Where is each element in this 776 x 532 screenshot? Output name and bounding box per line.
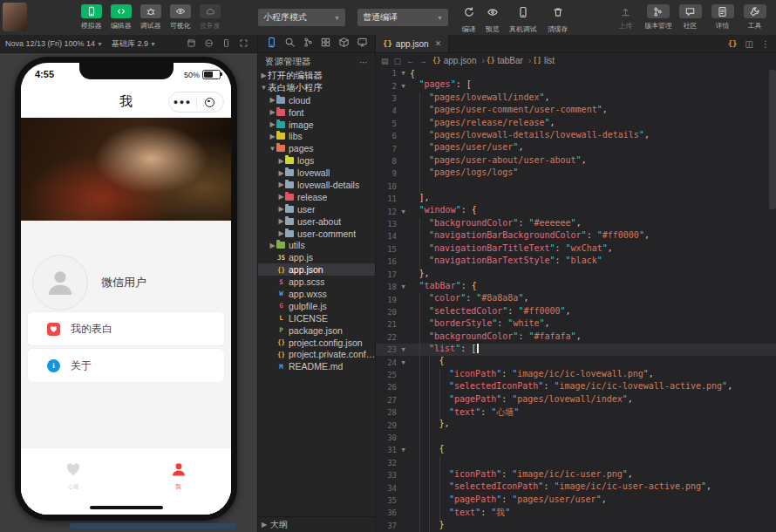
toggle-cloud[interactable]: 云开发: [195, 4, 225, 31]
outline-section[interactable]: ▶ 大纲: [258, 516, 376, 532]
breadcrumb-item[interactable]: {}tabBar›: [487, 56, 531, 65]
fold-icon[interactable]: ▼: [399, 83, 407, 90]
community-button[interactable]: 社区: [674, 4, 706, 31]
toggle-editor[interactable]: 编辑器: [106, 4, 136, 31]
more-dots-icon[interactable]: ●●●: [169, 93, 196, 111]
tree-item[interactable]: JSapp.js: [258, 251, 376, 263]
tree-item[interactable]: MREADME.md: [258, 360, 376, 372]
tree-item[interactable]: {}app.json: [258, 263, 376, 276]
avatar[interactable]: [32, 255, 88, 310]
chevron-separator: ›: [481, 56, 484, 65]
tree-item[interactable]: ▶image: [258, 119, 376, 131]
tree-item[interactable]: ▶font: [258, 106, 376, 119]
compile-mode-dropdown[interactable]: 普通编译▼: [357, 9, 448, 26]
tree-item[interactable]: Ppackage.json: [258, 324, 376, 337]
tree-item[interactable]: Sapp.scss: [258, 276, 376, 288]
tree-item[interactable]: ▶user-about: [258, 215, 376, 228]
split-editor-icon[interactable]: ◫: [745, 39, 753, 49]
format-icon[interactable]: {}: [728, 39, 738, 48]
grid-icon[interactable]: [320, 36, 331, 51]
fold-icon[interactable]: ▼: [399, 447, 407, 454]
tree-item[interactable]: ▶user-comment: [258, 228, 376, 240]
fold-icon[interactable]: ▼: [399, 359, 407, 366]
line-number: 11: [376, 194, 399, 203]
code-editor[interactable]: 1▼{2▼"pages": [3"pages/lovewall/index",4…: [376, 67, 776, 532]
action-refresh-button[interactable]: 编译: [457, 6, 480, 35]
tree-item[interactable]: ▶utils: [258, 239, 376, 251]
sim-tab-me[interactable]: 我: [126, 448, 232, 504]
sim-tab-lovewall[interactable]: 心墙: [21, 448, 126, 504]
action-label: 工具: [748, 21, 762, 31]
tree-item[interactable]: LLICENSE: [258, 312, 376, 324]
folder-icon: [285, 230, 294, 237]
explorer-panel: 资源管理器 ⋯ ▶打开的编辑器▼表白墙小程序▶cloud▶font▶image▶…: [257, 35, 376, 532]
tools-button[interactable]: 工具: [739, 4, 771, 31]
window-icon[interactable]: [187, 38, 196, 50]
device-info-dropdown[interactable]: Nova 12/13 (Fri) 100% 14▼: [5, 39, 103, 48]
tree-section-open-editors[interactable]: ▶打开的编辑器: [258, 70, 376, 82]
details-button[interactable]: 详情: [706, 4, 739, 31]
username-label: 微信用户: [101, 275, 146, 290]
tree-item[interactable]: ▼pages: [258, 142, 376, 154]
fold-icon[interactable]: ▼: [399, 346, 407, 353]
line-content: "pages/user-comment/user-comment",: [407, 105, 608, 117]
tree-item[interactable]: ▶user: [258, 203, 376, 215]
tree-item[interactable]: Ggulpfile.js: [258, 300, 376, 312]
capsule-button[interactable]: ●●●: [168, 92, 224, 113]
toggle-visualizer[interactable]: 可视化: [166, 4, 195, 31]
library-version-dropdown[interactable]: 基础库 2.9▼: [112, 38, 156, 50]
line-number: 25: [376, 371, 399, 379]
tree-item[interactable]: ▶logs: [258, 154, 376, 167]
tree-item[interactable]: ▶libs: [258, 130, 376, 142]
tree-item[interactable]: {}project.config.json: [258, 337, 376, 349]
fold-icon[interactable]: ▼: [399, 208, 407, 215]
portrait-icon[interactable]: [221, 38, 231, 50]
back-arrow-icon[interactable]: ←: [406, 57, 414, 65]
file-icon: G: [276, 302, 286, 310]
fold-icon[interactable]: ▼: [399, 70, 407, 77]
action-trash-button[interactable]: 清缓存: [542, 6, 574, 35]
profile-menu-item-confessions[interactable]: 我的表白: [28, 312, 224, 345]
fullscreen-icon[interactable]: [239, 38, 248, 50]
more-icon[interactable]: ⋯: [359, 58, 369, 67]
list-icon[interactable]: ▤: [381, 57, 389, 65]
branch-icon[interactable]: [303, 36, 314, 51]
line-number: 15: [376, 245, 399, 254]
forward-arrow-icon[interactable]: →: [419, 57, 427, 65]
eject-icon[interactable]: [204, 38, 214, 50]
tree-item[interactable]: ▶release: [258, 191, 376, 203]
search-icon[interactable]: [284, 36, 296, 51]
fold-icon[interactable]: ▼: [399, 283, 407, 290]
toggle-simulator[interactable]: 模拟器: [77, 4, 106, 31]
tab-app-json[interactable]: {} app.json ✕: [376, 35, 449, 52]
close-icon[interactable]: ✕: [435, 39, 442, 48]
display-icon[interactable]: [357, 36, 368, 51]
tree-item[interactable]: {}project.private.config.json: [258, 348, 376, 360]
line-content: "color": "#8a8a8a",: [407, 293, 528, 305]
mode-dropdown[interactable]: 小程序模式▼: [258, 9, 345, 26]
profile-menu-item-about[interactable]: i关于: [28, 349, 224, 382]
tree-item[interactable]: ▶cloud: [258, 94, 376, 106]
info-icon: i: [47, 359, 60, 372]
tree-item[interactable]: ▶lovewall-details: [258, 179, 376, 191]
editor-scrollbar[interactable]: [769, 70, 776, 209]
line-content: "borderStyle": "white",: [407, 318, 550, 331]
more-icon[interactable]: ⋮: [761, 39, 770, 49]
line-content: {: [407, 69, 415, 78]
tree-item[interactable]: Wapp.wxss: [258, 288, 376, 300]
version-manage-button[interactable]: 版本管理: [642, 4, 674, 31]
toggle-debugger[interactable]: 调试器: [136, 4, 166, 31]
tree-item[interactable]: ▶lovewall: [258, 167, 376, 179]
tree-item-project-root[interactable]: ▼表白墙小程序: [258, 82, 376, 94]
panel-toggle-group: 模拟器编辑器调试器可视化云开发: [77, 0, 225, 31]
action-phone-button[interactable]: 真机调试: [504, 6, 542, 35]
box-icon[interactable]: [338, 36, 350, 51]
breadcrumb-item[interactable]: []list: [533, 56, 555, 65]
action-preview-button[interactable]: 预览: [480, 6, 504, 35]
breadcrumb-item[interactable]: {}app.json›: [432, 56, 485, 65]
phone-icon[interactable]: [266, 36, 277, 51]
window-icon[interactable]: ▢: [394, 57, 402, 65]
close-target-icon[interactable]: [197, 98, 224, 107]
line-number: 26: [376, 383, 399, 392]
file-icon: {}: [276, 266, 286, 274]
